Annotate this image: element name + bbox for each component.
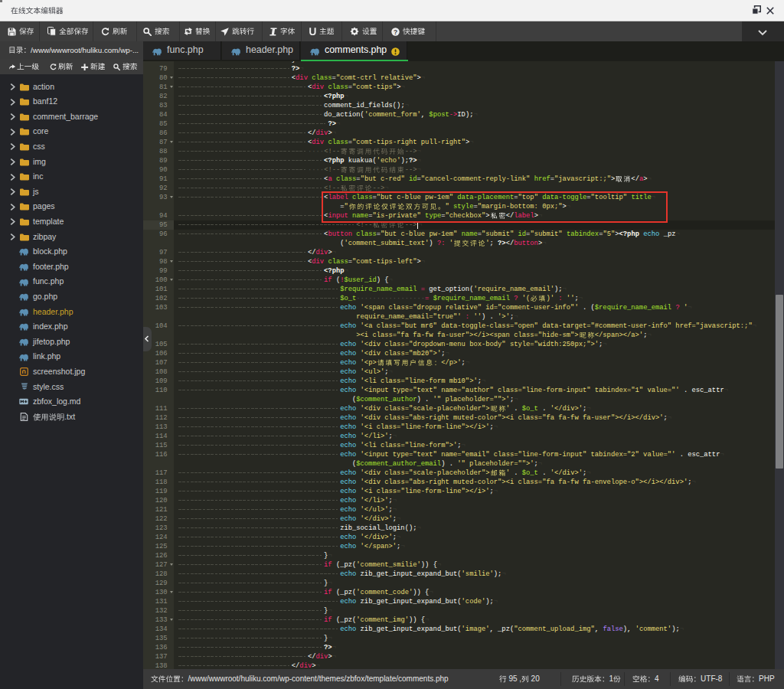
svg-text:?: ? [394,28,397,35]
